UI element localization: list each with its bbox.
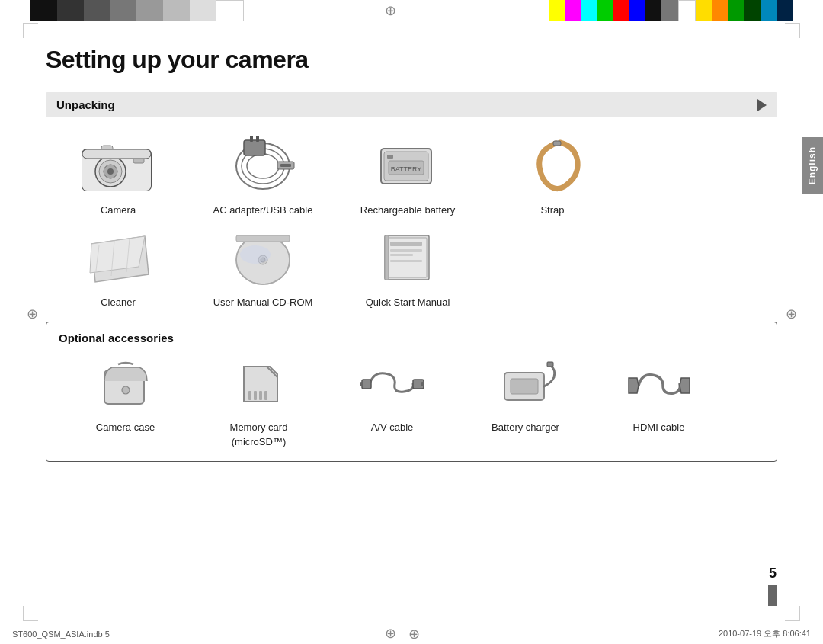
item-cleaner: Cleaner: [46, 225, 191, 309]
svg-rect-38: [390, 254, 413, 256]
svg-rect-12: [244, 140, 265, 155]
page-number: 5: [769, 566, 777, 582]
cd-rom-image: [221, 225, 305, 290]
svg-rect-22: [553, 141, 561, 146]
cleaner-image: [76, 225, 160, 290]
corner-mark-br: [785, 606, 800, 621]
opt-item-memory-card: Memory card (microSD™): [192, 354, 325, 448]
unpacking-section-header: Unpacking: [46, 92, 777, 117]
item-cd-rom: User Manual CD-ROM: [191, 225, 335, 309]
corner-mark-tl: [23, 23, 38, 38]
unpacking-items-row2: Cleaner User Manual CD-ROM: [46, 225, 777, 309]
quick-manual-image: [366, 225, 450, 290]
opt-item-camera-case: Camera case: [59, 354, 192, 448]
svg-rect-39: [390, 260, 422, 262]
hdmi-cable-label: HDMI cable: [633, 421, 685, 434]
svg-rect-8: [82, 149, 151, 159]
section-arrow-icon: [757, 99, 767, 111]
corner-mark-tr: [785, 23, 800, 38]
svg-rect-14: [256, 136, 259, 142]
svg-rect-16: [280, 164, 291, 167]
memory-card-image: [221, 354, 297, 415]
strap-label: Strap: [540, 203, 564, 217]
reg-mark-top: ⊕: [381, 2, 399, 20]
svg-rect-43: [248, 391, 251, 400]
cleaner-label: Cleaner: [101, 296, 136, 309]
unpacking-title: Unpacking: [56, 98, 115, 111]
svg-marker-55: [680, 378, 690, 393]
svg-point-42: [122, 386, 130, 394]
svg-rect-19: [387, 155, 393, 159]
svg-rect-37: [390, 249, 422, 252]
optional-items-row: Camera case Memory c: [59, 354, 764, 448]
strap-image: [511, 133, 594, 197]
camera-label: Camera: [101, 203, 136, 217]
camera-image: [76, 133, 160, 197]
page-number-area: 5: [768, 566, 777, 606]
hdmi-cable-image: [621, 354, 697, 415]
svg-text:BATTERY: BATTERY: [391, 165, 422, 173]
item-ac-adapter: AC adapter/USB cable: [191, 133, 335, 217]
memory-card-label: Memory card (microSD™): [230, 421, 288, 448]
battery-charger-image: [488, 354, 564, 415]
item-camera: Camera: [46, 133, 191, 217]
svg-point-33: [240, 245, 271, 264]
item-strap: Strap: [480, 133, 625, 217]
page-number-bar: [768, 585, 777, 606]
svg-rect-36: [390, 242, 422, 246]
svg-rect-48: [360, 382, 363, 386]
page-content: Setting up your camera Unpacking: [46, 30, 777, 614]
top-gray-bar: [30, 0, 244, 21]
svg-point-5: [107, 168, 114, 175]
top-color-bar: [549, 0, 793, 21]
bottom-bar: ST600_QSM_ASIA.indb 5 ⊕ 2010-07-19 오후 8:…: [0, 623, 823, 644]
camera-case-image: [88, 354, 164, 415]
item-battery: BATTERY Rechargeable battery: [335, 133, 480, 217]
opt-item-hdmi-cable: HDMI cable: [592, 354, 725, 448]
svg-rect-32: [236, 235, 290, 242]
reg-mark-right: ⊕: [782, 305, 800, 323]
optional-accessories-section: Optional accessories Camera case: [46, 322, 777, 461]
english-tab-label: English: [807, 146, 818, 184]
ac-adapter-image: [221, 133, 305, 197]
ac-adapter-label: AC adapter/USB cable: [213, 203, 313, 217]
svg-rect-45: [259, 391, 262, 400]
footer-left: ST600_QSM_ASIA.indb 5: [12, 630, 110, 639]
battery-charger-label: Battery charger: [492, 421, 559, 434]
camera-case-label: Camera case: [96, 421, 155, 434]
svg-rect-46: [264, 391, 267, 400]
svg-rect-40: [385, 235, 389, 280]
page-title: Setting up your camera: [46, 46, 777, 74]
av-cable-label: A/V cable: [371, 421, 414, 434]
reg-mark-center-bottom: ⊕: [405, 625, 423, 643]
svg-rect-50: [421, 382, 424, 386]
item-quick-manual: Quick Start Manual: [335, 225, 480, 309]
battery-label: Rechargeable battery: [360, 203, 455, 217]
svg-rect-52: [511, 379, 538, 394]
optional-title: Optional accessories: [59, 332, 764, 344]
opt-item-battery-charger: Battery charger: [459, 354, 592, 448]
svg-rect-44: [254, 391, 257, 400]
opt-item-av-cable: A/V cable: [325, 354, 459, 448]
unpacking-items-row1: Camera AC adapter/U: [46, 133, 777, 217]
footer-right: 2010-07-19 오후 8:06:41: [719, 628, 811, 639]
av-cable-image: [354, 354, 431, 415]
quick-manual-label: Quick Start Manual: [366, 296, 450, 309]
svg-marker-54: [629, 378, 639, 393]
english-language-tab: English: [802, 137, 823, 194]
corner-mark-bl: [23, 606, 38, 621]
cd-rom-label: User Manual CD-ROM: [213, 296, 313, 309]
svg-rect-53: [547, 362, 553, 367]
reg-mark-left: ⊕: [23, 305, 41, 323]
svg-point-11: [247, 154, 279, 178]
svg-rect-13: [250, 136, 253, 142]
battery-image: BATTERY: [366, 133, 450, 197]
